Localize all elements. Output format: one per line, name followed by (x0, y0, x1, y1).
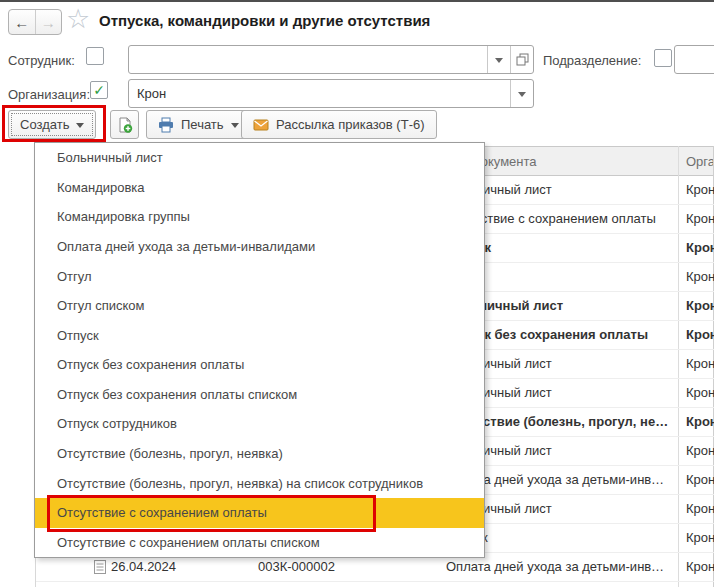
page-title: Отпуска, командировки и другие отсутстви… (99, 12, 430, 29)
menu-item[interactable]: Отпуск сотрудников (35, 409, 484, 439)
cell-organization: Крон (686, 327, 714, 342)
cell-organization: Крон (686, 182, 714, 197)
nav-history-buttons: ← → (8, 9, 62, 35)
printer-icon (158, 117, 174, 133)
menu-item-label: Отгул (57, 269, 92, 284)
cell-organization: Крон (686, 501, 714, 516)
cell-organization: Крон (686, 269, 714, 284)
menu-item[interactable]: Отпуск без сохранения оплаты (35, 350, 484, 380)
mailing-button-label: Рассылка приказов (Т-6) (276, 117, 425, 132)
cell-organization: Крон (686, 298, 714, 313)
menu-item[interactable]: Отгул списком (35, 291, 484, 321)
menu-item-label: Отпуск сотрудников (57, 416, 177, 431)
department-label: Подразделение: (543, 53, 641, 68)
organization-label: Организация: (8, 87, 90, 102)
column-header-organization[interactable]: Организация (686, 154, 714, 169)
organization-value[interactable]: Крон (129, 80, 510, 107)
menu-item-label: Отпуск (57, 328, 99, 343)
employee-dropdown-button[interactable] (487, 46, 510, 73)
cell-organization: Крон (686, 414, 714, 429)
chevron-down-icon (76, 123, 84, 132)
menu-item[interactable]: Отсутствие (болезнь, прогул, неявка) (35, 439, 484, 469)
organization-dropdown-button[interactable] (510, 80, 533, 107)
create-button[interactable]: Создать (8, 110, 96, 139)
organization-combo[interactable]: Крон (128, 79, 534, 108)
menu-item[interactable]: Оплата дней ухода за детьми-инвалидами (35, 232, 484, 262)
cell-doc-type: Оплата дней ухода за детьми-инвалидами (446, 559, 670, 574)
cell-organization: Крон (686, 211, 714, 226)
create-new-copy-button[interactable] (110, 110, 139, 139)
menu-item[interactable]: Отсутствие с сохранением оплаты списком (35, 528, 484, 558)
organization-checkbox[interactable]: ✓ (90, 81, 108, 99)
menu-item-label: Отсутствие (болезнь, прогул, неявка) на … (57, 476, 423, 491)
menu-item-label: Отсутствие с сохранением оплаты списком (57, 535, 320, 550)
employee-open-button[interactable] (510, 46, 533, 73)
employee-label: Сотрудник: (8, 53, 75, 68)
envelope-icon (253, 117, 269, 133)
cell-organization: Крон (686, 530, 714, 545)
cell-organization: Крон (686, 240, 714, 255)
chevron-down-icon (518, 92, 526, 101)
menu-item-label: Оплата дней ухода за детьми-инвалидами (57, 239, 315, 254)
menu-item[interactable]: Отсутствие (болезнь, прогул, неявка) на … (35, 468, 484, 498)
cell-organization: Крон (686, 559, 714, 574)
menu-item-label: Отгул списком (57, 298, 145, 313)
menu-item[interactable]: Отпуск без сохранения оплаты списком (35, 380, 484, 410)
back-button[interactable]: ← (9, 10, 36, 34)
forward-arrow-icon: → (41, 14, 56, 31)
cell-organization: Крон (686, 472, 714, 487)
menu-item[interactable]: Командировка (35, 173, 484, 203)
employee-combo[interactable] (128, 45, 534, 74)
menu-item[interactable]: Командировка группы (35, 202, 484, 232)
create-dropdown-menu: Больничный лист Командировка Командировк… (34, 142, 485, 558)
department-value[interactable] (675, 46, 714, 73)
employee-checkbox[interactable] (86, 47, 104, 65)
checkmark-icon: ✓ (93, 83, 105, 97)
menu-item-label: Командировка группы (57, 209, 190, 224)
back-arrow-icon: ← (14, 14, 29, 31)
print-button[interactable]: Печать (146, 110, 251, 139)
menu-item[interactable]: Отпуск (35, 320, 484, 350)
menu-item-label: Больничный лист (57, 150, 163, 165)
menu-item-label: Отпуск без сохранения оплаты (57, 357, 244, 372)
employee-value[interactable] (129, 46, 487, 73)
cell-number: 003К-000002 (258, 559, 335, 574)
menu-item-label: Отсутствие с сохранением оплаты (57, 505, 267, 520)
department-checkbox[interactable] (654, 49, 672, 67)
menu-item-label: Командировка (57, 180, 145, 195)
menu-item[interactable]: Больничный лист (35, 143, 484, 173)
new-document-plus-icon (117, 117, 133, 133)
cell-organization: Крон (686, 443, 714, 458)
mailing-orders-button[interactable]: Рассылка приказов (Т-6) (241, 110, 437, 139)
department-input[interactable] (674, 45, 714, 74)
cell-organization: Крон (686, 356, 714, 371)
forward-button[interactable]: → (36, 10, 62, 34)
chevron-down-icon (231, 123, 239, 132)
create-button-label: Создать (20, 117, 69, 132)
window-top-edge (0, 0, 714, 2)
document-icon (94, 560, 106, 577)
chevron-down-icon (495, 58, 503, 67)
menu-item-label: Отпуск без сохранения оплаты списком (57, 387, 297, 402)
open-dialog-icon (516, 53, 529, 66)
menu-item-label: Отсутствие (болезнь, прогул, неявка) (57, 446, 283, 461)
menu-item[interactable]: Отсутствие с сохранением оплаты (35, 498, 484, 528)
menu-item[interactable]: Отгул (35, 261, 484, 291)
print-button-label: Печать (181, 117, 224, 132)
cell-date: 26.04.2024 (111, 559, 176, 574)
cell-organization: Крон (686, 385, 714, 400)
favorite-star-icon[interactable]: ☆ (66, 4, 90, 34)
